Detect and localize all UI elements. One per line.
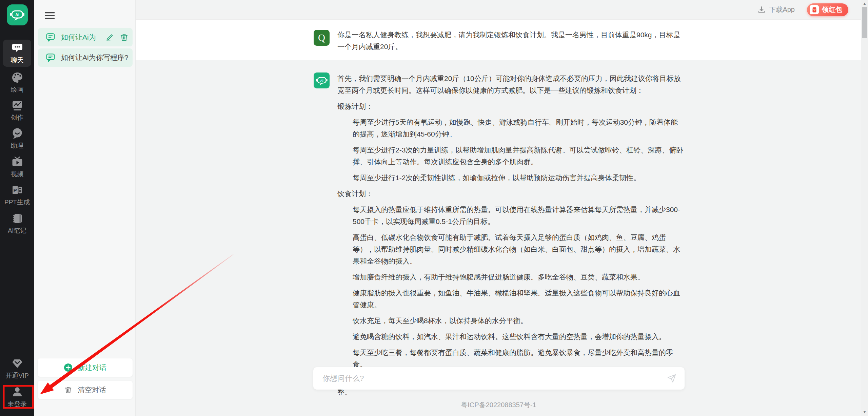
svg-text:P: P	[13, 187, 17, 193]
icp-footer: 粤ICP备2022088357号-1	[136, 400, 861, 410]
sidebar-item-label: 聊天	[11, 56, 24, 65]
history-item[interactable]: 如何让Ai为	[38, 28, 133, 46]
download-app-label: 下载App	[769, 5, 795, 14]
clear-chat-button[interactable]: 清空对话	[38, 381, 133, 399]
ai-paragraph: 锻炼计划：	[337, 100, 685, 112]
scrollbar-thumb[interactable]	[862, 7, 867, 38]
ai-logo-icon: Ai	[9, 7, 25, 23]
ai-avatar-logo-icon: Ai	[315, 74, 328, 87]
scroll-down-arrow[interactable]: ▼	[861, 410, 868, 414]
ai-paragraph: 每天至少吃三餐，每餐都要有蛋白质、蔬菜和健康的脂肪。避免暴饮暴食，尽量少吃外卖和…	[353, 347, 685, 370]
history-item-title: 如何让Ai为你写程序?	[61, 53, 129, 62]
palette-icon	[11, 71, 23, 84]
history-item[interactable]: 如何让Ai为你写程序?	[38, 48, 133, 67]
ai-paragraph: 增加膳食纤维的摄入，有助于维持饱腹感并促进肠道健康。多吃全谷物、豆类、蔬菜和水果…	[353, 271, 685, 283]
sidebar-item-vip[interactable]: 开通VIP	[0, 357, 34, 380]
svg-text:Ai: Ai	[15, 13, 19, 17]
user-avatar-letter: Q	[318, 32, 325, 43]
topbar: 下载App 领红包	[136, 0, 861, 19]
ai-paragraph: 健康脂肪的摄入也很重要，如鱼油、牛油果、橄榄油和坚果。适量摄入这些食物可以帮助保…	[353, 287, 685, 311]
scrollbar[interactable]: ▲ ▼	[861, 0, 868, 416]
user-avatar: Q	[314, 30, 330, 46]
scroll-up-arrow[interactable]: ▲	[861, 1, 868, 6]
video-icon	[11, 156, 23, 168]
ai-paragraph: 每周至少进行2-3次的力量训练，以帮助增加肌肉量并提高新陈代谢。可以尝试做哑铃、…	[353, 144, 685, 168]
vip-diamond-icon	[11, 357, 23, 370]
history-item-title: 如何让Ai为	[61, 33, 100, 42]
new-chat-button[interactable]: 新建对话	[38, 358, 133, 377]
ai-paragraph: 饮水充足，每天至少喝8杯水，以保持身体的水分平衡。	[353, 315, 685, 327]
ai-paragraph: 避免喝含糖的饮料，如汽水、果汁和运动饮料。这些饮料含有大量的空热量，会增加你的热…	[353, 331, 685, 342]
ai-avatar: Ai	[314, 72, 330, 88]
chat-input[interactable]	[322, 374, 667, 383]
ai-paragraph: 每周至少进行1-2次的柔韧性训练，如瑜伽或拉伸，以帮助预防运动伤害并提高身体柔韧…	[353, 172, 685, 184]
chat-bubble-icon	[11, 42, 23, 54]
sidebar-item-notes[interactable]: Ai笔记	[0, 212, 34, 235]
menu-hamburger-icon[interactable]	[45, 12, 55, 19]
login-status-label: 未登录	[7, 400, 27, 409]
new-chat-label: 新建对话	[78, 363, 106, 372]
clear-chat-label: 清空对话	[78, 385, 106, 395]
user-person-icon	[11, 386, 23, 398]
trash-icon	[64, 386, 72, 394]
red-packet-button[interactable]: 领红包	[807, 3, 848, 16]
ai-paragraph: 每天摄入的热量应低于维持体重所需的热量。可以使用在线热量计算器来估算每天所需热量…	[353, 204, 685, 227]
sidebar-item-ppt[interactable]: PPPT生成	[0, 184, 34, 207]
ai-paragraph: 饮食计划：	[337, 188, 685, 200]
vip-label: 开通VIP	[5, 371, 29, 380]
chat-bubble-outline-icon	[45, 53, 56, 63]
sidebar-item-label: Ai笔记	[8, 226, 26, 235]
chat-bubble-outline-icon	[45, 32, 56, 42]
delete-trash-icon[interactable]	[120, 33, 129, 42]
notebook-icon	[11, 212, 23, 225]
app-window: Ai 聊天绘画创作助理视频PPPT生成Ai笔记 开通VIP 未登录 如何让Ai为…	[0, 0, 868, 416]
sidebar-item-video[interactable]: 视频	[0, 156, 34, 179]
sidebar-item-label: 创作	[11, 113, 24, 122]
sidebar-item-login[interactable]: 未登录	[0, 386, 34, 409]
edit-pencil-icon[interactable]	[105, 33, 114, 42]
ai-paragraph: 首先，我们需要明确一个月内减重20斤（10公斤）可能对你的身体造成不必要的压力，…	[337, 72, 685, 96]
chat-main: 下载App 领红包 Q 你是一名私人健身教练，我想要减肥，请为我制定锻炼和饮食计…	[136, 0, 868, 416]
sidebar-item-label: 视频	[11, 170, 24, 179]
sidebar: Ai 聊天绘画创作助理视频PPPT生成Ai笔记 开通VIP 未登录	[0, 0, 34, 416]
app-logo[interactable]: Ai	[7, 4, 28, 25]
sidebar-item-create[interactable]: 创作	[0, 99, 34, 122]
red-envelope-icon	[810, 5, 819, 14]
download-app-button[interactable]: 下载App	[757, 5, 795, 14]
composer	[313, 367, 685, 390]
ai-message-text: 首先，我们需要明确一个月内减重20斤（10公斤）可能对你的身体造成不必要的压力，…	[337, 72, 685, 402]
sidebar-item-label: 绘画	[11, 85, 24, 94]
create-icon	[11, 99, 23, 111]
user-message-text: 你是一名私人健身教练，我想要减肥，请为我制定锻炼和饮食计划。我是一名男性，目前体…	[337, 29, 685, 53]
sidebar-item-assistant[interactable]: 助理	[0, 127, 34, 150]
history-panel: 如何让Ai为如何让Ai为你写程序? 新建对话 清空对话	[34, 0, 136, 416]
sidebar-item-chat[interactable]: 聊天	[3, 40, 31, 67]
red-packet-label: 领红包	[822, 5, 842, 14]
sidebar-item-draw[interactable]: 绘画	[0, 71, 34, 94]
plus-circle-icon	[64, 363, 73, 372]
ai-paragraph: 高蛋白、低碳水化合物饮食可能有助于减肥。试着每天摄入足够的蛋白质（如鸡肉、鱼、豆…	[353, 231, 685, 267]
download-icon	[757, 6, 766, 14]
ai-paragraph: 每周至少进行5天的有氧运动，如慢跑、快走、游泳或骑自行车。刚开始时，每次运动30…	[353, 116, 685, 140]
sidebar-item-label: PPT生成	[4, 198, 30, 207]
sidebar-item-label: 助理	[11, 141, 24, 150]
ppt-icon: P	[11, 184, 23, 196]
assistant-icon	[11, 127, 23, 140]
svg-text:Ai: Ai	[320, 78, 323, 82]
send-icon[interactable]	[667, 374, 676, 383]
